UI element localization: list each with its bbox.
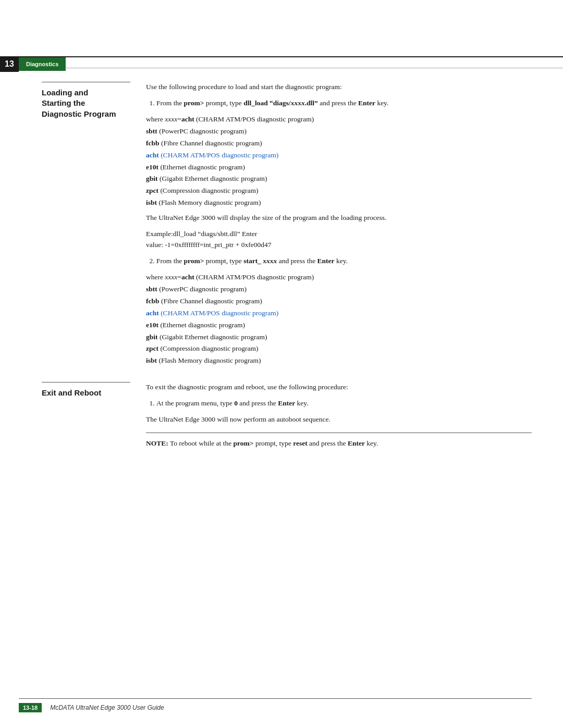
loading-section: Loading and Starting the Diagnostic Prog… <box>42 81 532 371</box>
loading-step-1: From the prom> prompt, type dll_load “di… <box>156 98 532 109</box>
loading-example: Example:dll_load “diags/sbtt.dll” Enter … <box>146 229 532 251</box>
loading-intro: Use the following procedure to load and … <box>146 82 532 93</box>
step2-sub-line-5: e10t (Ethernet diagnostic program) <box>146 320 532 331</box>
exit-section-title-col: Exit and Reboot <box>42 381 146 454</box>
header-line <box>66 68 563 68</box>
step2-sub-line-8: isbt (Flash Memory diagnostic program) <box>146 355 532 366</box>
sub-line-6: gbit (Gigabit Ethernet diagnostic progra… <box>146 174 532 184</box>
step2-sub-line-7: zpct (Compression diagnostic program) <box>146 343 532 354</box>
sub-line-7: zpct (Compression diagnostic program) <box>146 186 532 196</box>
step1-subblock: where xxxx=acht (CHARM ATM/POS diagnosti… <box>146 114 532 208</box>
exit-step-1-text: At the program menu, type 0 and press th… <box>156 398 532 409</box>
page: 13 Diagnostics Loading and Starting the … <box>0 0 563 728</box>
chapter-number: 13 <box>0 56 19 72</box>
exit-intro: To exit the diagnostic program and reboo… <box>146 382 532 393</box>
section-separator <box>42 371 532 381</box>
exit-paragraph1: The UltraNet Edge 3000 will now perform … <box>146 414 532 425</box>
footer-page-number: 13-18 <box>19 703 42 712</box>
step2-sub-line-4: acht (CHARM ATM/POS diagnostic program) <box>146 308 532 319</box>
step2-sub-line-6: gbit (Gigabit Ethernet diagnostic progra… <box>146 332 532 343</box>
sub-line-1: where xxxx=acht (CHARM ATM/POS diagnosti… <box>146 114 532 125</box>
sub-line-4: acht (CHARM ATM/POS diagnostic program) <box>146 150 532 161</box>
sub-line-8: isbt (Flash Memory diagnostic program) <box>146 198 532 208</box>
sub-line-3: fcbb (Fibre Channel diagnostic program) <box>146 138 532 149</box>
chapter-label: Diagnostics <box>19 57 66 71</box>
note-block: NOTE: To reboot while at the prom> promp… <box>146 433 532 449</box>
loading-section-content: Use the following procedure to load and … <box>146 81 532 371</box>
sub-line-2: sbtt (PowerPC diagnostic program) <box>146 126 532 137</box>
exit-section: Exit and Reboot To exit the diagnostic p… <box>42 381 532 454</box>
sub-line-5: e10t (Ethernet diagnostic program) <box>146 162 532 173</box>
footer: 13-18 McDATA UltraNet Edge 3000 User Gui… <box>19 698 532 712</box>
exit-steps: At the program menu, type 0 and press th… <box>146 398 532 409</box>
loading-steps-2: From the prom> prompt, type start_ xxxx … <box>146 256 532 267</box>
loading-step-2: From the prom> prompt, type start_ xxxx … <box>156 256 532 267</box>
exit-section-content: To exit the diagnostic program and reboo… <box>146 381 532 454</box>
loading-step-2-text: From the prom> prompt, type start_ xxxx … <box>156 256 532 267</box>
loading-section-title: Loading and Starting the Diagnostic Prog… <box>42 82 130 119</box>
header-bar: Diagnostics <box>19 56 563 71</box>
step2-subblock: where xxxx=acht (CHARM ATM/POS diagnosti… <box>146 272 532 366</box>
step2-sub-line-1: where xxxx=acht (CHARM ATM/POS diagnosti… <box>146 272 532 283</box>
footer-title: McDATA UltraNet Edge 3000 User Guide <box>50 704 164 711</box>
content-area: Loading and Starting the Diagnostic Prog… <box>42 81 532 686</box>
exit-step-1: At the program menu, type 0 and press th… <box>156 398 532 409</box>
note-text: NOTE: To reboot while at the prom> promp… <box>146 438 532 449</box>
loading-step-1-text: From the prom> prompt, type dll_load “di… <box>156 98 532 109</box>
exit-section-title: Exit and Reboot <box>42 382 130 398</box>
loading-paragraph1: The UltraNet Edge 3000 will display the … <box>146 213 532 224</box>
loading-steps: From the prom> prompt, type dll_load “di… <box>146 98 532 109</box>
loading-section-title-col: Loading and Starting the Diagnostic Prog… <box>42 81 146 371</box>
step2-sub-line-2: sbtt (PowerPC diagnostic program) <box>146 284 532 295</box>
step2-sub-line-3: fcbb (Fibre Channel diagnostic program) <box>146 296 532 307</box>
